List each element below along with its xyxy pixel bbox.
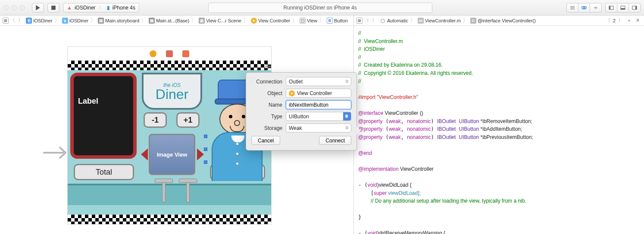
- crumb-project[interactable]: iOSDiner: [33, 18, 53, 23]
- canvas-scene[interactable]: Label the iOS Diner -1 +1 Image View Tot…: [67, 46, 272, 225]
- automatic-icon: ◯: [380, 18, 386, 24]
- crumb-folder[interactable]: iOSDiner: [69, 18, 89, 23]
- crumb-storyboard[interactable]: Main.storyboard: [105, 18, 139, 23]
- svg-rect-1: [51, 6, 56, 10]
- dropdown-arrow-icon: [343, 112, 351, 120]
- stool-icon: [155, 179, 173, 183]
- button-icon: B: [327, 18, 333, 24]
- total-button[interactable]: Total: [74, 164, 134, 180]
- right-toolbar-group: [566, 3, 641, 12]
- connection-select[interactable]: Outlet: [286, 77, 351, 86]
- view-icon: ▢: [300, 18, 306, 24]
- plus-button-label: +1: [184, 116, 193, 125]
- code-line: //: [358, 54, 361, 60]
- first-responder-dock-icon[interactable]: [166, 50, 173, 57]
- code-editor[interactable]: // // ViewController.m // iOSDiner // //…: [354, 26, 644, 234]
- crumb-button[interactable]: Button: [334, 18, 348, 23]
- add-assistant-button[interactable]: ＋: [625, 17, 633, 25]
- crumb-file[interactable]: ViewController.m: [425, 18, 461, 23]
- code-line: IBOutlet: [437, 126, 456, 132]
- zoom-window-icon[interactable]: [20, 5, 25, 10]
- code-line: UIButton: [459, 118, 479, 124]
- counterpart-counter: 2: [613, 18, 616, 23]
- next-counterpart-button[interactable]: 〉: [616, 17, 624, 25]
- toggle-utilities-button[interactable]: [628, 3, 641, 12]
- back-button[interactable]: 〈: [363, 17, 370, 25]
- selection-handles[interactable]: [204, 135, 207, 164]
- impl-file-icon: m: [418, 18, 424, 24]
- toggle-navigator-button[interactable]: [605, 3, 617, 12]
- code-line: weak: [389, 118, 401, 124]
- interface-builder-pane[interactable]: Label the iOS Diner -1 +1 Image View Tot…: [0, 26, 354, 234]
- assistant-editor-button[interactable]: [578, 3, 590, 12]
- segue-arrow-icon: [43, 142, 69, 163]
- crumb-vc[interactable]: View Controller: [258, 18, 290, 23]
- jump-bar-left[interactable]: ⊞ 〈 〉 ⎘iOSDiner〉 ∎iOSDiner〉 ▤Main.storyb…: [0, 15, 354, 25]
- code-line: UIButton: [459, 126, 479, 132]
- related-items-icon[interactable]: ⊞: [356, 18, 363, 24]
- scene-dock[interactable]: [68, 47, 271, 61]
- chalkboard-label-text: Label: [78, 97, 98, 106]
- back-button[interactable]: 〈: [9, 17, 16, 25]
- svg-rect-12: [635, 6, 637, 9]
- code-line: IBOutlet: [437, 134, 456, 140]
- imageview-placeholder: Image View: [157, 151, 188, 158]
- main-toolbar: ▲ iOSDiner 〉 ▮ iPhone 4s Running iOSDine…: [0, 0, 644, 15]
- viewcontroller-dock-icon[interactable]: [150, 50, 156, 57]
- minimize-window-icon[interactable]: [12, 5, 17, 10]
- code-line: nonatomic: [407, 126, 431, 132]
- related-items-icon[interactable]: ⊞: [3, 18, 9, 24]
- code-line: ViewController (): [383, 110, 423, 116]
- standard-editor-button[interactable]: [566, 3, 578, 12]
- forward-button[interactable]: 〉: [16, 17, 24, 25]
- code-line: weak: [389, 134, 401, 140]
- crumb-view[interactable]: View: [307, 18, 317, 23]
- close-assistant-button[interactable]: ✕: [634, 17, 641, 25]
- viewcontroller-icon: ●: [251, 18, 257, 24]
- type-select[interactable]: UIButton: [286, 112, 351, 121]
- object-value: View Controller: [297, 90, 332, 96]
- diner-sign: the iOS Diner: [142, 73, 202, 110]
- run-button[interactable]: [32, 3, 44, 12]
- connect-button[interactable]: Connect: [319, 136, 351, 145]
- code-line: @interface: [358, 110, 383, 116]
- name-input[interactable]: [289, 102, 348, 108]
- plus-button[interactable]: +1: [176, 112, 200, 128]
- minus-button[interactable]: -1: [144, 112, 167, 128]
- close-window-icon[interactable]: [3, 5, 9, 10]
- code-line: #import: [358, 94, 377, 100]
- crumb-scene[interactable]: View C...r Scene: [206, 18, 241, 23]
- code-line: //: [358, 30, 361, 36]
- storage-value: Weak: [289, 125, 302, 131]
- forward-button[interactable]: 〉: [370, 17, 378, 25]
- previous-item-button[interactable]: [141, 148, 148, 160]
- storage-select[interactable]: Weak: [286, 123, 351, 132]
- code-line: *ibAddItemButton;: [479, 126, 522, 132]
- document-outline-icon[interactable]: [265, 64, 271, 69]
- code-line: *ibPreviousItemButton;: [479, 134, 533, 140]
- name-label: Name: [251, 102, 282, 108]
- toggle-debug-button[interactable]: [617, 3, 629, 12]
- exit-dock-icon[interactable]: [182, 50, 189, 57]
- svg-rect-10: [621, 8, 625, 9]
- next-item-button[interactable]: [197, 148, 204, 160]
- cancel-button[interactable]: Cancel: [251, 136, 280, 145]
- chalkboard-label[interactable]: Label: [70, 73, 137, 159]
- code-line: //: [358, 78, 361, 84]
- scheme-selector[interactable]: ▲ iOSDiner 〉 ▮ iPhone 4s: [63, 3, 139, 12]
- stop-button[interactable]: [47, 3, 59, 12]
- code-line: void: [368, 230, 377, 234]
- jump-bar-right[interactable]: ⊞ 〈 〉 ◯Automatic〉 mViewController.m〉 C@i…: [354, 15, 644, 25]
- code-line: void: [368, 182, 377, 188]
- prev-counterpart-button[interactable]: 〈: [604, 17, 612, 25]
- crumb-base[interactable]: Main.st...(Base): [156, 18, 189, 23]
- crumb-automatic[interactable]: Automatic: [387, 18, 408, 23]
- scene-body: Label the iOS Diner -1 +1 Image View Tot…: [68, 70, 271, 215]
- item-imageview[interactable]: Image View: [149, 134, 195, 175]
- version-editor-button[interactable]: [590, 3, 602, 12]
- code-line: @end: [358, 150, 372, 156]
- diner-sign-title: Diner: [156, 88, 188, 100]
- counter-bar: [68, 184, 271, 205]
- folder-icon: ∎: [62, 18, 68, 24]
- crumb-interface[interactable]: @interface ViewController(): [478, 18, 536, 23]
